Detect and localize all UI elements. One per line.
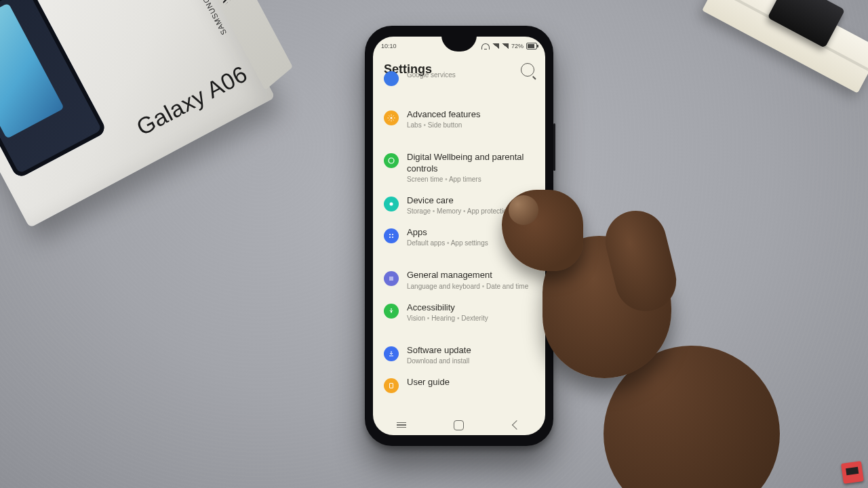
signal-icon-2 <box>502 43 509 49</box>
battery-icon <box>526 43 537 49</box>
svg-point-0 <box>391 117 393 119</box>
nav-back-button[interactable] <box>500 418 534 432</box>
corner-logo-icon <box>841 461 864 484</box>
software-update-icon <box>384 346 399 361</box>
svg-point-5 <box>389 237 391 238</box>
item-title: Apps <box>407 227 534 238</box>
search-icon[interactable] <box>521 63 534 77</box>
svg-rect-7 <box>389 277 393 278</box>
status-time: 10:10 <box>381 43 397 49</box>
device-care-icon <box>384 197 399 211</box>
settings-item-general-management[interactable]: General management Language and keyboard… <box>373 264 545 296</box>
phone-body: 10:10 72% Settings Googl <box>365 26 553 446</box>
settings-item-user-guide[interactable]: User guide <box>373 371 545 399</box>
item-title: Digital Wellbeing and parental controls <box>407 152 534 174</box>
item-title: General management <box>407 270 534 281</box>
item-title: Accessibility <box>407 302 534 313</box>
nav-recents-button[interactable] <box>384 418 418 432</box>
svg-point-1 <box>389 158 394 163</box>
status-battery-pct: 72% <box>511 43 524 49</box>
svg-point-2 <box>390 202 393 205</box>
advanced-icon <box>384 110 399 125</box>
svg-point-10 <box>391 308 392 310</box>
desk-background: SAMSUNG Galaxy A06 10:10 72% Settings <box>0 0 868 488</box>
phone-side-button <box>553 123 555 171</box>
svg-point-6 <box>392 237 393 238</box>
wifi-icon <box>481 43 490 49</box>
svg-point-4 <box>392 234 393 235</box>
svg-point-3 <box>389 234 391 235</box>
navigation-bar <box>373 415 545 435</box>
nav-home-button[interactable] <box>442 418 476 432</box>
settings-item-advanced-features[interactable]: Advanced features LabsSide button <box>373 103 545 135</box>
general-icon <box>384 271 399 286</box>
finger-shadow-overlay <box>506 197 545 228</box>
settings-list[interactable]: Google services Advanced features LabsSi… <box>373 70 545 402</box>
item-title: Advanced features <box>407 109 534 120</box>
settings-item-software-update[interactable]: Software update Download and install <box>373 339 545 371</box>
phone-screen: 10:10 72% Settings Googl <box>373 37 545 435</box>
item-title: User guide <box>407 377 534 388</box>
accessibility-icon <box>384 304 399 319</box>
signal-icon <box>492 43 499 49</box>
svg-rect-11 <box>389 355 393 356</box>
svg-rect-8 <box>389 279 393 279</box>
settings-item-accessibility[interactable]: Accessibility VisionHearingDexterity <box>373 296 545 328</box>
apps-icon <box>384 228 399 243</box>
svg-rect-9 <box>389 280 393 281</box>
item-title: Software update <box>407 345 534 356</box>
google-icon <box>384 71 399 86</box>
user-guide-icon <box>384 378 399 393</box>
settings-item-digital-wellbeing[interactable]: Digital Wellbeing and parental controls … <box>373 146 545 189</box>
svg-rect-12 <box>390 384 393 388</box>
wellbeing-icon <box>384 153 399 168</box>
